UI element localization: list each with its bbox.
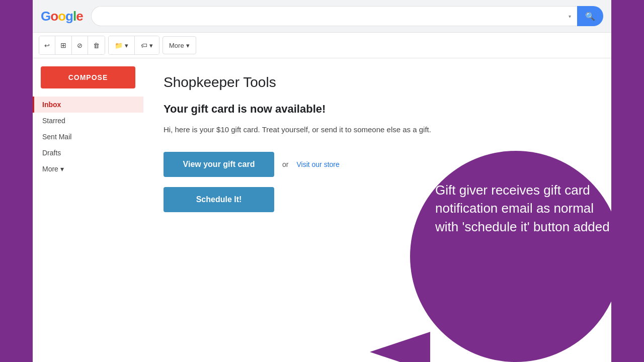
right-purple-border bbox=[611, 0, 644, 362]
search-button[interactable]: 🔍 bbox=[577, 6, 603, 26]
compose-button[interactable]: COMPOSE bbox=[41, 66, 135, 88]
label-icon: 🏷 bbox=[141, 42, 147, 49]
logo-e: e bbox=[76, 9, 83, 24]
sidebar-item-drafts[interactable]: Drafts bbox=[33, 145, 143, 161]
email-subject: Your gift card is now available! bbox=[164, 103, 591, 116]
toolbar-group-main: ↩ ⊞ ⊘ 🗑 bbox=[39, 36, 105, 55]
logo-o1: o bbox=[50, 9, 58, 24]
sidebar-item-inbox[interactable]: Inbox bbox=[33, 97, 143, 113]
more-chevron-icon: ▾ bbox=[60, 165, 64, 173]
archive-icon: ⊞ bbox=[60, 41, 66, 49]
archive-button[interactable]: ⊞ bbox=[55, 36, 72, 54]
or-separator: or bbox=[282, 160, 288, 168]
more-dropdown-icon: ▾ bbox=[186, 42, 190, 49]
logo-o2: o bbox=[58, 9, 65, 24]
spam-icon: ⊘ bbox=[77, 42, 83, 49]
delete-button[interactable]: 🗑 bbox=[88, 36, 105, 54]
delete-icon: 🗑 bbox=[93, 42, 100, 49]
view-gift-card-button[interactable]: View your gift card bbox=[164, 152, 274, 177]
folder-button[interactable]: 📁 ▾ bbox=[109, 36, 135, 54]
more-label: More bbox=[169, 42, 184, 49]
sidebar: COMPOSE Inbox Starred Sent Mail Drafts M… bbox=[33, 58, 143, 362]
visit-store-link[interactable]: Visit our store bbox=[296, 160, 339, 168]
annotation-bubble: Gift giver receives gift card notificati… bbox=[370, 151, 611, 362]
label-dropdown-icon: ▾ bbox=[149, 42, 153, 49]
email-body: Hi, here is your $10 gift card. Treat yo… bbox=[164, 124, 591, 136]
schedule-it-button[interactable]: Schedule It! bbox=[164, 187, 274, 212]
reply-button[interactable]: ↩ bbox=[39, 36, 55, 54]
sidebar-item-more[interactable]: More ▾ bbox=[33, 161, 143, 177]
label-button[interactable]: 🏷 ▾ bbox=[135, 36, 159, 54]
email-content: Shopkeeper Tools Your gift card is now a… bbox=[143, 58, 611, 362]
topbar: Google ▾ 🔍 bbox=[33, 0, 611, 32]
bubble-arrow bbox=[370, 332, 430, 362]
sidebar-item-sent[interactable]: Sent Mail bbox=[33, 129, 143, 145]
body-area: COMPOSE Inbox Starred Sent Mail Drafts M… bbox=[33, 58, 611, 362]
page-wrapper: Google ▾ 🔍 ↩ ⊞ bbox=[0, 0, 644, 362]
folder-icon: 📁 bbox=[115, 42, 123, 49]
toolbar: ↩ ⊞ ⊘ 🗑 📁 ▾ 🏷 ▾ bbox=[33, 32, 611, 58]
gmail-container: Google ▾ 🔍 ↩ ⊞ bbox=[33, 0, 611, 362]
bubble-text: Gift giver receives gift card notificati… bbox=[435, 181, 611, 236]
search-icon: 🔍 bbox=[585, 12, 595, 21]
google-logo: Google bbox=[41, 9, 83, 24]
email-sender: Shopkeeper Tools bbox=[164, 74, 591, 90]
logo-g: G bbox=[41, 9, 50, 24]
logo-g2: g bbox=[65, 9, 73, 24]
reply-icon: ↩ bbox=[44, 42, 50, 49]
folder-dropdown-icon: ▾ bbox=[125, 42, 128, 49]
sidebar-item-starred[interactable]: Starred bbox=[33, 113, 143, 129]
toolbar-group-secondary: 📁 ▾ 🏷 ▾ bbox=[108, 36, 159, 55]
spam-button[interactable]: ⊘ bbox=[72, 36, 88, 54]
search-bar: ▾ 🔍 bbox=[91, 6, 603, 26]
left-purple-border bbox=[0, 0, 33, 362]
search-input-wrapper: ▾ bbox=[91, 6, 577, 26]
more-button[interactable]: More ▾ bbox=[163, 36, 196, 54]
search-input[interactable] bbox=[91, 6, 577, 26]
